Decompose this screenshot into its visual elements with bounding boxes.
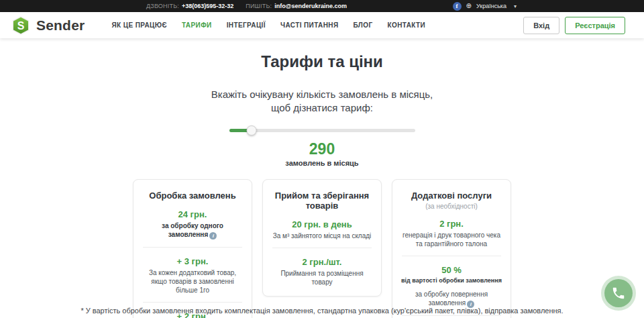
header: S Sender ЯК ЦЕ ПРАЦЮЄ ТАРИФИ ІНТЕГРАЦІЇ … bbox=[0, 12, 644, 38]
slider-prompt: Вкажіть очікувану кількість замовлень в … bbox=[0, 88, 644, 115]
price-description: Приймання та розміщення товару bbox=[270, 269, 374, 286]
price: 20 грн. в день bbox=[270, 219, 374, 229]
login-button[interactable]: Вхід bbox=[523, 17, 559, 34]
card-subtitle: (за необхідності) bbox=[399, 203, 504, 210]
price-description: За кожен додатковий товар, якщо товарів … bbox=[140, 268, 245, 295]
nav-item-blog[interactable]: БЛОГ bbox=[354, 21, 373, 29]
language-selector[interactable]: Українська bbox=[476, 3, 506, 9]
nav-item-contacts[interactable]: КОНТАКТИ bbox=[388, 21, 426, 29]
divider bbox=[272, 248, 372, 248]
page-title: Тарифи та ціни bbox=[0, 52, 644, 71]
logo-icon: S bbox=[11, 15, 31, 36]
price: 50 % bbox=[399, 265, 504, 275]
nav-item-tariffs[interactable]: ТАРИФИ bbox=[182, 21, 212, 29]
chevron-down-icon[interactable]: ▾ bbox=[514, 3, 517, 9]
price-description: за обробку одного замовленняi bbox=[140, 221, 245, 240]
email-link[interactable]: info@senderukraine.com bbox=[274, 3, 347, 9]
nav-item-faq[interactable]: ЧАСТІ ПИТАННЯ bbox=[280, 21, 339, 29]
orders-count-value: 290 bbox=[0, 140, 644, 158]
footnote: * У вартість обробки замовлення входить … bbox=[0, 307, 644, 315]
card-title: Прийом та зберігання товарів bbox=[270, 191, 374, 211]
card-title: Додаткові послуги bbox=[399, 191, 504, 201]
main-content: Тарифи та ціни Вкажіть очікувану кількіс… bbox=[0, 52, 644, 318]
topbar: ДЗВОНІТЬ: +38(063)595-32-32 ПИШІТЬ: info… bbox=[0, 0, 644, 12]
nav-item-how-it-works[interactable]: ЯК ЦЕ ПРАЦЮЄ bbox=[111, 21, 167, 29]
topbar-contacts: ДЗВОНІТЬ: +38(063)595-32-32 ПИШІТЬ: info… bbox=[146, 3, 347, 9]
call-label: ДЗВОНІТЬ: bbox=[146, 3, 179, 9]
pricing-cards: Обробка замовлень 24 грн. за обробку одн… bbox=[0, 179, 644, 318]
pricing-card-additional-services: Додаткові послуги (за необхідності) 2 гр… bbox=[392, 179, 511, 318]
orders-count-caption: замовлень в місяць bbox=[0, 159, 644, 167]
svg-text:S: S bbox=[17, 19, 25, 31]
slider-thumb[interactable] bbox=[246, 125, 256, 136]
price-description-text: за обробку повернення замовлення bbox=[415, 290, 488, 307]
orders-slider[interactable] bbox=[229, 125, 415, 136]
slider-prompt-line1: Вкажіть очікувану кількість замовлень в … bbox=[211, 89, 433, 100]
phone-icon bbox=[611, 286, 626, 301]
divider bbox=[143, 302, 242, 303]
slider-prompt-line2: щоб дізнатися тариф: bbox=[271, 102, 373, 113]
divider bbox=[402, 256, 501, 256]
price: 24 грн. bbox=[140, 209, 245, 219]
card-title: Обробка замовлень bbox=[140, 191, 245, 201]
price: 2 грн./шт. bbox=[270, 257, 374, 267]
callback-button-inner bbox=[604, 279, 633, 307]
divider bbox=[402, 315, 501, 316]
price-description: За м³ зайнятого місця на складі bbox=[270, 231, 374, 240]
divider bbox=[143, 247, 242, 248]
price: + 3 грн. bbox=[140, 256, 245, 266]
facebook-icon[interactable]: f bbox=[453, 2, 462, 11]
pricing-card-storage: Прийом та зберігання товарів 20 грн. в д… bbox=[262, 179, 382, 297]
info-icon[interactable]: i bbox=[209, 232, 217, 240]
register-button[interactable]: Реєстрація bbox=[565, 17, 625, 34]
topbar-right: f ⊕ Українська ▾ bbox=[453, 2, 517, 11]
price-description: від вартості обробки замовлення bbox=[399, 277, 504, 284]
brand-name: Sender bbox=[36, 17, 85, 34]
price-description: генерація і друк товарного чека та гаран… bbox=[399, 231, 504, 248]
main-nav: ЯК ЦЕ ПРАЦЮЄ ТАРИФИ ІНТЕГРАЦІЇ ЧАСТІ ПИТ… bbox=[111, 21, 425, 29]
write-label: ПИШІТЬ: bbox=[246, 3, 272, 9]
slider-track[interactable] bbox=[229, 129, 415, 132]
pricing-card-order-processing: Обробка замовлень 24 грн. за обробку одн… bbox=[133, 179, 252, 318]
price-description: за обробку повернення замовленняi bbox=[399, 290, 504, 309]
globe-icon: ⊕ bbox=[466, 3, 472, 9]
phone-link[interactable]: +38(063)595-32-32 bbox=[182, 3, 233, 9]
price: 2 грн. bbox=[399, 219, 504, 229]
logo[interactable]: S Sender bbox=[11, 15, 85, 36]
header-actions: Вхід Реєстрація bbox=[523, 17, 625, 34]
page: ДЗВОНІТЬ: +38(063)595-32-32 ПИШІТЬ: info… bbox=[0, 0, 644, 318]
nav-item-integrations[interactable]: ІНТЕГРАЦІЇ bbox=[227, 21, 266, 29]
callback-button[interactable] bbox=[601, 276, 636, 311]
